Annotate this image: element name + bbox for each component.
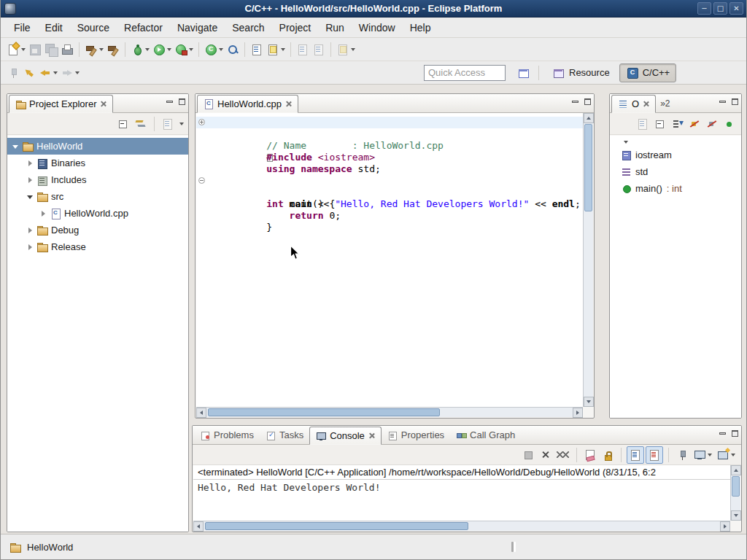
- tab-console[interactable]: Console: [309, 427, 382, 445]
- close-tab-icon[interactable]: [368, 432, 375, 439]
- view-menu-button[interactable]: [177, 121, 185, 127]
- quick-access-input[interactable]: [424, 65, 506, 81]
- show-console-stderr-button[interactable]: [646, 446, 663, 464]
- tree-item-release[interactable]: Release: [7, 238, 188, 255]
- pin-editor-button[interactable]: [5, 65, 21, 81]
- scrollbar-thumb[interactable]: [584, 124, 592, 211]
- back-button[interactable]: [37, 65, 59, 81]
- clear-console-button[interactable]: [582, 447, 598, 463]
- open-perspective-button[interactable]: [516, 65, 532, 81]
- fold-expanded-icon[interactable]: [198, 177, 205, 184]
- minimize-view-button[interactable]: [572, 101, 578, 103]
- cpp-perspective-button[interactable]: C/C++: [619, 63, 677, 82]
- fold-collapsed-icon[interactable]: [198, 119, 205, 125]
- remove-all-launches-button[interactable]: [555, 447, 571, 463]
- maximize-view-button[interactable]: [732, 98, 738, 105]
- scroll-right-button[interactable]: [720, 521, 730, 532]
- tree-item-src[interactable]: src: [7, 188, 188, 205]
- menu-edit[interactable]: Edit: [38, 19, 70, 36]
- close-tab-icon[interactable]: [100, 101, 107, 107]
- tab-problems[interactable]: Problems: [194, 426, 260, 444]
- remove-launch-button[interactable]: [538, 447, 554, 463]
- minimize-window-button[interactable]: −: [697, 2, 711, 15]
- expander-icon[interactable]: [39, 210, 47, 217]
- print-button[interactable]: [59, 42, 75, 58]
- scroll-up-button[interactable]: [731, 465, 741, 475]
- open-console-button[interactable]: [715, 447, 737, 463]
- tree-item-helloworld[interactable]: HelloWorld: [7, 138, 188, 155]
- hide-static-members-button[interactable]: [705, 116, 721, 132]
- menu-file[interactable]: File: [7, 19, 38, 36]
- expander-icon[interactable]: [26, 227, 34, 234]
- display-selected-console-button[interactable]: [692, 447, 713, 463]
- expander-icon[interactable]: [26, 193, 34, 201]
- hide-fields-button[interactable]: [687, 116, 703, 132]
- menu-help[interactable]: Help: [403, 19, 438, 36]
- resource-perspective-button[interactable]: Resource: [546, 63, 616, 82]
- menu-run[interactable]: Run: [318, 19, 352, 36]
- previous-annotation-button[interactable]: [311, 42, 327, 58]
- pin-console-button[interactable]: [674, 447, 690, 463]
- scrollbar-thumb[interactable]: [208, 408, 440, 416]
- focus-button[interactable]: [160, 116, 176, 132]
- last-edit-location-button[interactable]: [21, 65, 37, 81]
- outline-item-main[interactable]: main() : int: [610, 180, 741, 197]
- mark-occurrences-button[interactable]: [265, 42, 287, 58]
- close-window-button[interactable]: ✕: [729, 2, 743, 15]
- run-button[interactable]: [151, 42, 173, 58]
- show-console-stdout-button[interactable]: [627, 446, 644, 464]
- scroll-down-button[interactable]: [584, 397, 594, 407]
- close-tab-icon[interactable]: [285, 101, 292, 107]
- collapse-all-button[interactable]: [652, 116, 668, 132]
- build-all-button[interactable]: [83, 42, 105, 58]
- menu-project[interactable]: Project: [272, 19, 319, 36]
- scrollbar-thumb[interactable]: [732, 476, 740, 497]
- scroll-left-button[interactable]: [196, 408, 206, 418]
- tree-item-includes[interactable]: Includes: [7, 171, 188, 188]
- build-project-button[interactable]: [105, 42, 121, 58]
- view-overflow-indicator[interactable]: »2: [660, 98, 670, 109]
- editor-horizontal-scrollbar[interactable]: [196, 407, 583, 417]
- outline-view-menu-button[interactable]: [622, 139, 630, 145]
- scroll-up-button[interactable]: [584, 113, 594, 123]
- minimize-view-button[interactable]: [166, 101, 173, 103]
- link-with-editor-button[interactable]: [133, 116, 149, 132]
- tab-project-explorer[interactable]: Project Explorer: [9, 95, 113, 113]
- tree-item-binaries[interactable]: Binaries: [7, 155, 188, 171]
- focus-button[interactable]: [635, 116, 651, 132]
- expander-icon[interactable]: [26, 244, 34, 251]
- tab-call-graph[interactable]: Call Graph: [450, 426, 521, 444]
- expander-icon[interactable]: [12, 143, 19, 150]
- maximize-view-button[interactable]: [584, 98, 591, 105]
- debug-button[interactable]: [129, 42, 151, 58]
- outline-item-std[interactable]: std: [610, 163, 741, 180]
- save-all-button[interactable]: [43, 42, 59, 58]
- minimize-view-button[interactable]: [719, 432, 726, 435]
- open-element-button[interactable]: [249, 42, 265, 58]
- tab-properties[interactable]: Properties: [382, 426, 450, 444]
- console-horizontal-scrollbar[interactable]: [193, 521, 730, 531]
- console-output[interactable]: Hello, Red Hat Developers World!: [193, 480, 730, 521]
- scroll-down-button[interactable]: [731, 510, 741, 521]
- tab-outline[interactable]: O: [611, 95, 656, 113]
- tree-item-helloworld-cpp[interactable]: HelloWorld.cpp: [7, 205, 188, 222]
- scroll-left-button[interactable]: [193, 521, 204, 532]
- external-tools-button[interactable]: [173, 42, 195, 58]
- menu-window[interactable]: Window: [352, 19, 403, 36]
- tab-tasks[interactable]: Tasks: [260, 426, 309, 444]
- next-annotation-button[interactable]: [295, 42, 311, 58]
- terminate-button[interactable]: [520, 447, 536, 463]
- menu-source[interactable]: Source: [70, 19, 117, 36]
- menu-navigate[interactable]: Navigate: [170, 19, 225, 36]
- scroll-right-button[interactable]: [573, 408, 583, 418]
- expander-icon[interactable]: [26, 176, 34, 184]
- close-tab-icon[interactable]: [643, 101, 649, 107]
- expander-icon[interactable]: [26, 160, 34, 167]
- menu-refactor[interactable]: Refactor: [117, 19, 170, 36]
- search-button[interactable]: [225, 42, 241, 58]
- editor-code-area[interactable]: // Name : HelloWorld.cpp #include <iostr…: [196, 113, 583, 407]
- editor-vertical-scrollbar[interactable]: [583, 113, 593, 407]
- collapse-all-button[interactable]: [115, 116, 131, 132]
- maximize-window-button[interactable]: □: [713, 2, 727, 15]
- forward-button[interactable]: [59, 65, 81, 81]
